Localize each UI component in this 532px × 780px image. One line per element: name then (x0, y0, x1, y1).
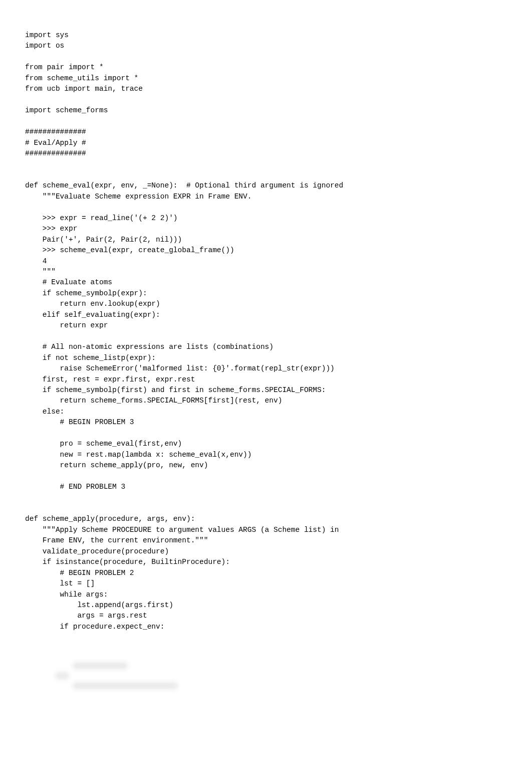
code-text: import sys import os from pair import * … (25, 31, 343, 631)
redacted-line-3 (73, 682, 178, 689)
redacted-preview-area (0, 662, 532, 780)
redacted-line-2 (55, 672, 69, 679)
code-block: import sys import os from pair import * … (0, 0, 532, 657)
redacted-line-1 (73, 662, 128, 669)
